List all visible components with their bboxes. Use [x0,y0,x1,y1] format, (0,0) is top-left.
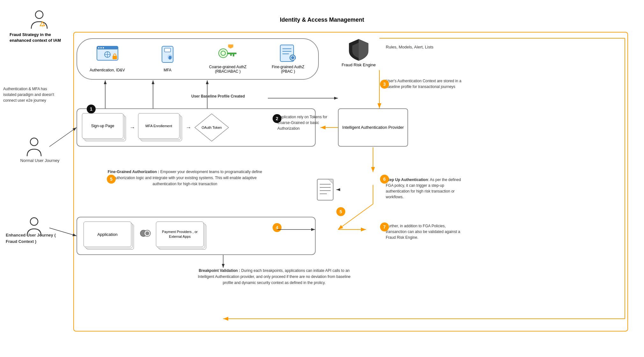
iam-item-auth: Authentication, ID&V [82,46,133,72]
fine-icon [279,44,298,63]
further-fga-text: Further, in addition to FGA Policies, tr… [386,224,460,240]
auth-label: Authentication, ID&V [90,68,125,72]
svg-marker-22 [228,45,233,49]
fraud-risk-engine: Fraud Risk Engine [338,38,379,67]
app-rely-label: Application rely on Tokens for Coarse-Gr… [277,114,335,131]
payment-stacked: Payment Providers , or External Apps [156,222,207,250]
iam-item-fine: Fine-grained AuthZ(PBAC ) [263,44,314,74]
fraud-risk-label: Fraud Risk Engine [338,62,379,67]
breakpoint-bold: Breakpoint Validation : [199,268,240,273]
enhanced-journey-label: Enhanced User Journey ( Fraud Context ) [6,232,57,244]
svg-rect-13 [113,56,117,59]
application-stacked: Application [84,222,135,250]
svg-rect-6 [97,46,118,49]
svg-line-29 [295,60,296,62]
further-fga-label: Further, in addition to FGA Policies, tr… [386,223,465,240]
badge-3: 3 [380,80,389,89]
badge-2: 2 [273,114,282,123]
arrow-2: → [186,124,191,131]
iam-top-box: Authentication, ID&V MFA [77,38,319,80]
step-up-bold: Step Up Authentication [386,178,428,182]
toggle-icon [140,229,151,243]
fraud-strategy-label: Fraud Strategy in the enahanced context … [10,32,67,43]
oauth-diamond: OAuth Token [194,113,229,142]
fine-label: Fine-grained AuthZ(PBAC ) [272,65,304,74]
mfa-icon [159,46,176,66]
mfa-label: MFA [164,68,172,72]
svg-point-3 [30,138,38,146]
svg-point-17 [219,49,228,58]
badge-4: 4 [273,223,282,232]
payment-label: Payment Providers , or External Apps [156,222,204,247]
iap-box: Intelligent Authentication Provider [338,108,408,147]
step-up-label: Step Up Authentication: As per the defin… [386,177,465,200]
oauth-label: OAuth Token [194,113,229,142]
auth-mfa-label: Authentication & MFA has isolated paradi… [3,86,57,103]
breakpoint-callout: Breakpoint Validation : During each brea… [198,268,351,286]
user-auth-context: User's Authentication Context are stored… [386,78,469,90]
normal-journey-label: Normal User Journey [19,158,61,164]
badge-7: 7 [380,222,389,231]
arrow-1: → [129,124,135,131]
iam-item-mfa: MFA [142,46,193,72]
journey-box-enhanced: Application Payment Providers , or Exter… [77,217,316,255]
svg-line-40 [49,127,77,147]
svg-rect-19 [227,53,237,54]
mfa-enroll-stacked: MFA Enrollement [138,113,183,142]
rules-label: Rules, Models, Alert, Lists [386,45,434,49]
svg-rect-21 [230,54,232,56]
iam-item-coarse: Coarse-grained AuthZ(RBAC/ABAC ) [202,44,253,74]
signup-label: Sign-up Page [82,113,123,139]
coarse-icon [217,44,238,63]
fga-callout-bold: Fine-Grained Authorization : [108,170,159,174]
person-normal-icon [26,137,43,159]
main-title: Identity & Access Management [0,17,644,23]
auth-icon [96,46,119,66]
fga-callout: Fine-Grained Authorization : Empower you… [105,169,265,187]
badge-5a: 5 [107,175,116,184]
svg-rect-34 [317,179,333,200]
svg-point-33 [145,231,149,235]
svg-rect-15 [165,48,171,52]
user-baseline-label: User Baseline Profile Created [191,94,245,98]
coarse-label: Coarse-grained AuthZ(RBAC/ABAC ) [209,65,246,74]
svg-point-4 [30,218,38,225]
svg-point-9 [103,47,104,48]
badge-6: 6 [380,175,389,184]
svg-text:!: ! [42,24,43,28]
svg-rect-20 [233,54,234,56]
svg-point-7 [98,47,99,48]
badge-1: 1 [87,105,96,113]
signup-stacked: Sign-up Page [82,113,127,142]
mfa-enroll-label: MFA Enrollement [138,113,179,139]
svg-point-8 [100,47,102,48]
fga-doc-icon [316,178,335,201]
badge-5b: 5 [336,207,345,216]
iap-label: Intelligent Authentication Provider [342,124,404,131]
application-label: Application [84,222,131,247]
